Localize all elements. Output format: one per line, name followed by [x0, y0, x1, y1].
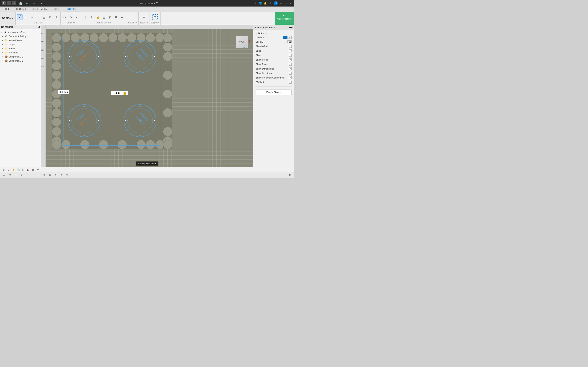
scale-tool[interactable]: ⇔	[119, 14, 125, 20]
status-btn-6[interactable]: ↔	[30, 173, 35, 177]
new-tab-btn[interactable]: +	[254, 2, 257, 5]
status-btn-3[interactable]: ⬡	[13, 173, 18, 177]
help-btn[interactable]: ?	[269, 2, 272, 5]
root-more-icon[interactable]: ⋯	[25, 31, 27, 33]
dim-lock-icon[interactable]: 🔒	[123, 92, 126, 95]
design-button[interactable]: DESIGN ▾	[0, 12, 16, 25]
show-points-checkbox[interactable]	[289, 63, 292, 66]
cross-tool[interactable]: ✕	[113, 14, 119, 20]
tree-item-component3[interactable]: ▶ 📦 Component3:1	[0, 59, 41, 63]
bt-view2-btn[interactable]: ▦	[31, 168, 35, 172]
arc-tool[interactable]: ⌒	[35, 14, 41, 20]
dimension-input-box[interactable]: 🔒	[111, 91, 128, 95]
notif-btn[interactable]: 🔔	[264, 2, 267, 5]
settings-gear-btn[interactable]: ⚙	[287, 173, 292, 177]
image-tool[interactable]: 🖼	[141, 14, 147, 20]
trim-tool[interactable]: ✂	[62, 14, 68, 20]
bt-zoom-btn[interactable]: 🔍	[16, 168, 20, 172]
slice-checkbox[interactable]	[289, 54, 292, 57]
circle-tl-text: FINISH START	[68, 41, 100, 73]
bt-orbit2-btn[interactable]: ⊙	[7, 168, 11, 172]
lookat-button[interactable]: 📷	[287, 40, 292, 43]
tab-sheet-metal[interactable]: SHEET METAL	[30, 7, 51, 11]
finish-sketch-palette-btn[interactable]: Finish Sketch	[256, 90, 292, 95]
tab-sketch[interactable]: SKETCH	[64, 7, 79, 11]
point-bl-center	[84, 120, 85, 121]
canvas-area[interactable]: FINISH START START	[46, 29, 253, 167]
origin-arrow: ▶	[2, 43, 4, 45]
browser-btn[interactable]: 🌐	[259, 2, 262, 5]
status-btn-12[interactable]: ◎	[65, 173, 69, 177]
undo-btn[interactable]: ↩	[25, 0, 30, 6]
status-btn-10[interactable]: ⊙	[53, 173, 58, 177]
select-tool[interactable]: ⊡	[152, 14, 158, 20]
parallel-tool[interactable]: ∥	[82, 14, 88, 20]
sketch-grid-checkbox[interactable]	[289, 45, 292, 48]
redo-btn[interactable]: ↪	[31, 0, 37, 6]
circle2-tool[interactable]: ◎	[107, 14, 113, 20]
viewport[interactable]: 50 100 150 200 250	[41, 25, 253, 167]
line-tool[interactable]: ╱	[17, 14, 22, 20]
dimension-input[interactable]	[112, 92, 123, 95]
3d-sketch-checkbox[interactable]	[289, 81, 292, 83]
show-profile-checkbox[interactable]	[289, 58, 292, 61]
rect-tool[interactable]: ▭	[23, 14, 29, 20]
bt-view1-btn[interactable]: ⊞	[26, 168, 30, 172]
tree-item-sketches[interactable]: ▶ 📁 Sketches	[0, 50, 41, 55]
extra-btn[interactable]: ▾	[38, 0, 44, 6]
viewcube-face[interactable]: TOP	[236, 36, 248, 48]
tree-item-named-views[interactable]: ▶ 📁 Named Views	[0, 38, 41, 42]
bt-orbit-btn[interactable]: ⊕	[2, 168, 6, 172]
measure-tool[interactable]: ↔	[130, 14, 135, 20]
save-btn[interactable]: 💾	[17, 0, 23, 6]
tree-item-doc-settings[interactable]: ▶ ⚙ Document Settings	[0, 34, 41, 38]
slot-tool[interactable]: ⊏	[47, 14, 53, 20]
palette-options-header[interactable]: ▼ Options	[253, 31, 294, 35]
bt-settings-btn[interactable]: ▾	[36, 168, 40, 172]
tangent-tool[interactable]: △	[101, 14, 107, 20]
move-tool[interactable]: ✛	[53, 14, 59, 20]
tab-surface[interactable]: SURFACE	[13, 7, 30, 11]
status-btn-5[interactable]: ◯	[25, 173, 29, 177]
status-btn-1[interactable]: ▭	[2, 173, 7, 177]
viewcube[interactable]: TOP X Z	[233, 34, 250, 50]
show-dimensions-checkbox[interactable]	[289, 67, 292, 70]
tab-solid[interactable]: SOLID	[1, 7, 13, 11]
bt-pan-btn[interactable]: ✋	[11, 168, 16, 172]
lock-tool[interactable]: 🔒	[95, 14, 100, 20]
triangle-tool[interactable]: △	[41, 14, 47, 20]
show-projected-checkbox[interactable]	[289, 76, 292, 79]
close-btn[interactable]: ✕	[289, 2, 292, 5]
status-btn-4[interactable]: ◈	[19, 173, 24, 177]
snap-checkbox[interactable]	[289, 49, 292, 52]
browser-collapse-btn[interactable]: ◀	[38, 26, 39, 28]
status-btn-11[interactable]: ⊛	[59, 173, 64, 177]
tab-tools[interactable]: TOOLS	[51, 7, 64, 11]
tree-item-component1[interactable]: ▶ 📦 Component1:1	[0, 55, 41, 59]
linetype-swatch-pattern[interactable]: ⊟	[287, 36, 292, 39]
bt-fit-btn[interactable]: ◎	[21, 168, 25, 172]
grid-icon[interactable]: ⋮⋮	[7, 1, 11, 5]
tree-item-origin[interactable]: ▶ 📁 Origin	[0, 42, 41, 47]
circle-tool[interactable]: ○	[29, 14, 35, 20]
fillet-tool[interactable]: ⌐	[74, 14, 80, 20]
sketch-palette-expand-icon[interactable]: ▶▶	[289, 26, 292, 29]
palette-row-show-points: Show Points	[253, 62, 294, 67]
minimize-btn[interactable]: ─	[279, 2, 283, 5]
finish-sketch-toolbar-btn[interactable]: ✓ FINISH SKETCH ▾	[275, 12, 294, 25]
perp-tool[interactable]: ⊥	[89, 14, 94, 20]
maximize-btn[interactable]: □	[284, 2, 287, 5]
linetype-swatch-blue[interactable]	[283, 36, 287, 39]
status-btn-8[interactable]: ⊕	[42, 173, 47, 177]
extend-tool[interactable]: ⊃	[68, 14, 74, 20]
status-btn-2[interactable]: ▢	[7, 173, 12, 177]
show-constraints-checkbox[interactable]	[289, 72, 292, 75]
tree-item-root[interactable]: ▼ ◆ sorry game v7 👁 ⋯	[0, 30, 41, 34]
status-btn-9[interactable]: ⊗	[47, 173, 52, 177]
menu-icon[interactable]: ☰	[12, 1, 16, 5]
tree-item-bodies[interactable]: ▶ 📁 Bodies	[0, 47, 41, 50]
root-eye-icon[interactable]: 👁	[23, 31, 25, 33]
user-btn[interactable]: JP	[274, 1, 278, 5]
status-btn-7[interactable]: ⇔	[36, 173, 41, 177]
options-arrow-icon: ▼	[255, 32, 257, 34]
